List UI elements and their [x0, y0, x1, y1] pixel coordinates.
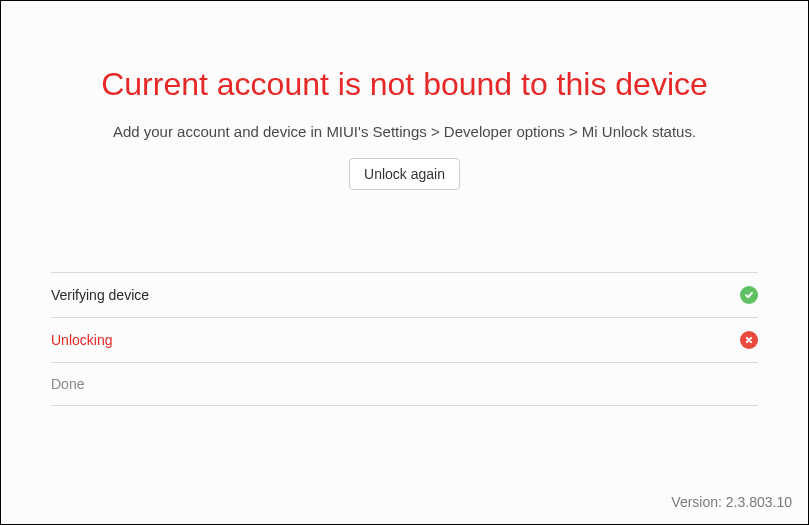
step-done: Done: [51, 362, 758, 406]
step-label: Verifying device: [51, 287, 149, 303]
check-circle-icon: [740, 286, 758, 304]
progress-steps: Verifying device Unlocking Done: [51, 272, 758, 406]
step-verifying: Verifying device: [51, 272, 758, 317]
step-unlocking: Unlocking: [51, 317, 758, 362]
step-label: Unlocking: [51, 332, 112, 348]
button-wrap: Unlock again: [51, 158, 758, 190]
instruction-text: Add your account and device in MIUI's Se…: [51, 123, 758, 140]
x-circle-icon: [740, 331, 758, 349]
version-label: Version: 2.3.803.10: [671, 494, 792, 510]
main-container: Current account is not bound to this dev…: [1, 1, 808, 524]
error-title: Current account is not bound to this dev…: [51, 66, 758, 103]
step-label: Done: [51, 376, 84, 392]
unlock-again-button[interactable]: Unlock again: [349, 158, 460, 190]
